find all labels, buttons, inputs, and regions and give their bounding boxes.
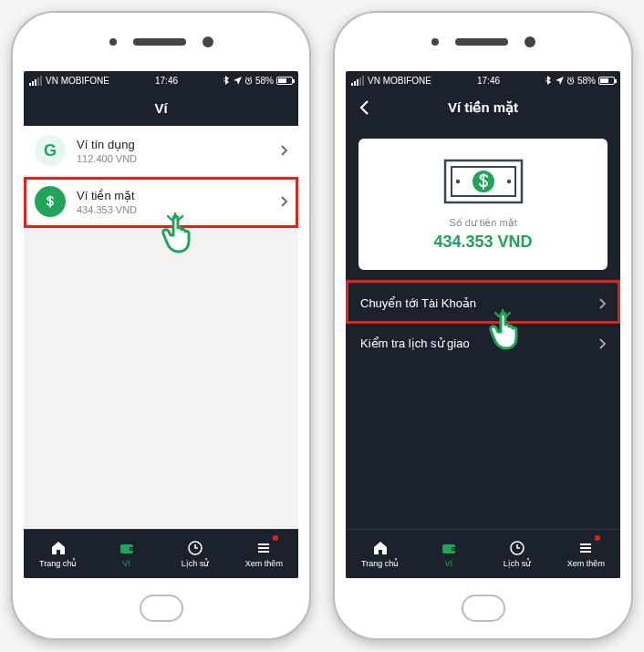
screen-cash-wallet: VN MOBIFONE 17:46 58% Ví tiền	[346, 71, 620, 578]
cash-wallet-content: Số dư tiền mặt 434.353 VND Chuyển tới Tà…	[346, 126, 620, 529]
tab-bar: Trang chủ Ví Lịch sử Xem thêm	[24, 529, 298, 578]
wallet-credit-title: Ví tín dụng	[77, 138, 269, 151]
status-time: 17:46	[477, 76, 500, 86]
home-icon	[50, 540, 67, 556]
location-icon	[234, 77, 242, 85]
tab-wallet-label: Ví	[123, 559, 131, 568]
dollar-icon	[35, 186, 66, 217]
status-time: 17:46	[155, 76, 178, 86]
status-bar: VN MOBIFONE 17:46 58%	[24, 71, 298, 89]
page-title: Ví	[154, 100, 167, 116]
tab-history[interactable]: Lịch sử	[161, 530, 230, 578]
wallet-list-content: G Ví tín dụng 112.400 VND Ví tiền mặt 43…	[24, 126, 298, 529]
phone-right: VN MOBIFONE 17:46 58% Ví tiền	[333, 11, 633, 640]
tab-home[interactable]: Trang chủ	[24, 530, 92, 578]
phone-left: VN MOBIFONE 17:46 58% Ví	[11, 11, 311, 640]
tab-bar: Trang chủ Ví Lịch sử Xem thêm	[346, 529, 620, 578]
alarm-icon	[566, 77, 575, 85]
balance-amount: 434.353 VND	[373, 233, 593, 252]
chevron-right-icon	[598, 338, 606, 349]
signal-icon	[29, 76, 42, 86]
home-button[interactable]	[462, 595, 505, 622]
clock-icon	[187, 540, 203, 556]
wallet-icon	[119, 540, 135, 556]
status-bar: VN MOBIFONE 17:46 58%	[346, 71, 620, 89]
balance-label: Số dư tiền mặt	[373, 217, 593, 229]
tab-home[interactable]: Trang chủ	[346, 530, 414, 578]
page-title: Ví tiền mặt	[448, 99, 518, 116]
cash-bill-icon	[373, 157, 593, 206]
g-letter-icon: G	[35, 135, 66, 166]
home-button[interactable]	[140, 595, 183, 622]
tab-history-label: Lịch sử	[504, 559, 532, 568]
action-transfer-label: Chuyển tới Tài Khoản	[360, 296, 476, 310]
tab-wallet-label: Ví	[445, 559, 453, 568]
tab-home-label: Trang chủ	[361, 559, 399, 568]
carrier-label: VN MOBIFONE	[368, 76, 431, 86]
tab-more[interactable]: Xem thêm	[230, 530, 298, 578]
battery-pct: 58%	[255, 76, 274, 86]
menu-icon	[255, 540, 272, 556]
action-history[interactable]: Kiểm tra lịch sử giao	[346, 323, 620, 363]
screen-wallet-list: VN MOBIFONE 17:46 58% Ví	[24, 71, 298, 578]
carrier-label: VN MOBIFONE	[46, 76, 109, 86]
battery-pct: 58%	[577, 76, 596, 86]
svg-point-9	[455, 180, 459, 183]
tab-more-label: Xem thêm	[567, 559, 605, 568]
tab-more-label: Xem thêm	[245, 559, 283, 568]
alarm-icon	[244, 77, 253, 85]
tab-wallet[interactable]: Ví	[92, 530, 161, 578]
tab-history-label: Lịch sử	[182, 559, 210, 568]
location-icon	[556, 77, 564, 85]
wallet-cash-amount: 434.353 VND	[77, 204, 269, 215]
home-button-area	[335, 578, 631, 638]
notification-dot-icon	[595, 535, 600, 541]
action-transfer[interactable]: Chuyển tới Tài Khoản	[346, 283, 620, 323]
nav-bar: Ví	[24, 89, 298, 126]
tab-history[interactable]: Lịch sử	[483, 530, 552, 578]
action-history-label: Kiểm tra lịch sử giao	[360, 336, 470, 350]
wallet-credit-amount: 112.400 VND	[77, 153, 269, 164]
svg-point-13	[452, 548, 454, 550]
wallet-row-credit[interactable]: G Ví tín dụng 112.400 VND	[24, 126, 298, 175]
chevron-right-icon	[280, 145, 287, 156]
bluetooth-icon	[545, 76, 553, 85]
clock-icon	[509, 540, 525, 556]
back-button[interactable]	[353, 97, 375, 119]
menu-icon	[577, 540, 594, 556]
wallet-cash-title: Ví tiền mặt	[77, 189, 269, 202]
nav-bar: Ví tiền mặt	[346, 89, 620, 126]
chevron-right-icon	[280, 196, 287, 207]
svg-point-3	[130, 548, 132, 550]
phone-speaker-area	[13, 13, 309, 71]
home-icon	[372, 540, 389, 556]
battery-icon	[598, 77, 615, 85]
balance-card: Số dư tiền mặt 434.353 VND	[358, 139, 608, 270]
svg-point-10	[506, 180, 510, 183]
tab-wallet[interactable]: Ví	[414, 530, 483, 578]
battery-icon	[276, 77, 293, 85]
chevron-right-icon	[598, 298, 606, 309]
wallet-row-cash[interactable]: Ví tiền mặt 434.353 VND	[24, 177, 298, 226]
tab-more[interactable]: Xem thêm	[552, 530, 620, 578]
tab-home-label: Trang chủ	[39, 559, 77, 568]
wallet-icon	[441, 540, 457, 556]
bluetooth-icon	[223, 76, 231, 85]
signal-icon	[351, 76, 364, 86]
notification-dot-icon	[273, 535, 278, 541]
phone-speaker-area	[335, 13, 631, 71]
home-button-area	[13, 578, 309, 638]
